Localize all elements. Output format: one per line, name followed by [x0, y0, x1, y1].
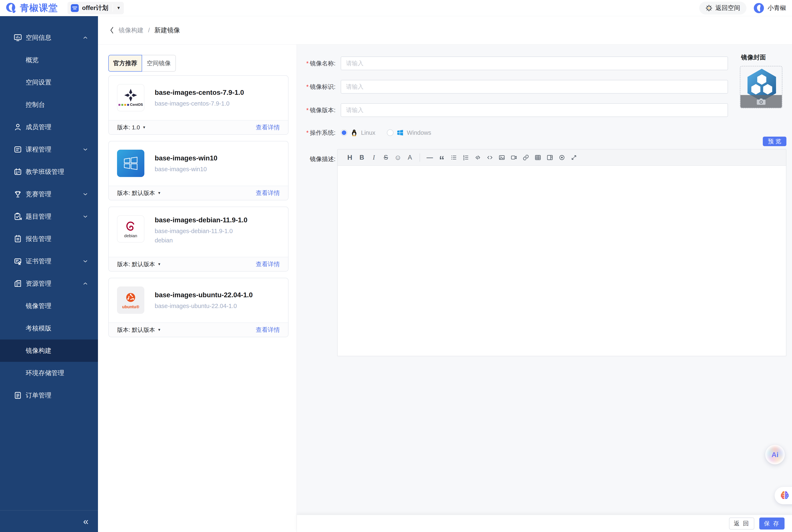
ai-icon: Ai: [772, 451, 778, 459]
breadcrumb-parent[interactable]: 镜像构建: [119, 26, 144, 35]
font-color-icon[interactable]: A: [404, 149, 416, 166]
view-details-link[interactable]: 查看详情: [256, 260, 280, 268]
sidebar-item-resource-management[interactable]: 资源管理: [0, 272, 98, 295]
italic-icon[interactable]: I: [368, 149, 380, 166]
os-option-linux[interactable]: Linux: [341, 129, 375, 136]
sidebar-item-assessment-template[interactable]: 考核模版: [0, 317, 98, 340]
image-name-input[interactable]: [341, 57, 728, 70]
columns-layout-icon[interactable]: [544, 149, 556, 166]
sidebar-item-image-management[interactable]: 镜像管理: [0, 295, 98, 317]
sidebar: 空间信息 概览 空间设置 控制台 成员管理 课程管理 教学班级管理 竞赛管理: [0, 16, 98, 532]
sidebar-item-space-info[interactable]: 空间信息: [0, 26, 98, 49]
save-button[interactable]: 保 存: [759, 517, 785, 530]
sidebar-item-order-management[interactable]: 订单管理: [0, 384, 98, 406]
card-footer: 版本: 默认版本▼ 查看详情: [109, 323, 288, 337]
view-details-link[interactable]: 查看详情: [256, 189, 280, 197]
sidebar-item-course-management[interactable]: 课程管理: [0, 138, 98, 160]
cover-label: 镜像封面: [741, 53, 766, 62]
table-icon[interactable]: [532, 149, 544, 166]
sidebar-item-class-management[interactable]: 教学班级管理: [0, 160, 98, 183]
workspace-selector[interactable]: offer计划 ▼: [68, 2, 124, 14]
description-editor-content[interactable]: [337, 166, 786, 356]
sidebar-item-member-management[interactable]: 成员管理: [0, 116, 98, 138]
preview-button[interactable]: 预 览: [763, 137, 787, 146]
description-editor: H B I S ☺ A — “: [337, 149, 787, 356]
image-card-ubuntu[interactable]: ubuntu® base-images-ubuntu-22.04-1.0 bas…: [108, 278, 289, 337]
radio-unselected[interactable]: [387, 129, 393, 136]
image-version-input[interactable]: [341, 103, 728, 117]
footer-actions: 返 回 保 存: [297, 515, 792, 532]
ubuntu-logo: ubuntu®: [117, 286, 144, 314]
strikethrough-icon[interactable]: S: [380, 149, 392, 166]
sidebar-item-label: 成员管理: [26, 123, 51, 131]
image-card-debian[interactable]: debian base-images-debian-11.9-1.0 base-…: [108, 207, 289, 271]
inline-code-icon[interactable]: [484, 149, 496, 166]
back-button[interactable]: 返 回: [729, 517, 754, 530]
ordered-list-icon[interactable]: [460, 149, 472, 166]
breadcrumb-current: 新建镜像: [154, 26, 180, 35]
bold-icon[interactable]: B: [356, 149, 368, 166]
new-image-form: *镜像名称: *镜像标识: *镜像版本: *操作系统: Linux Window…: [297, 44, 792, 532]
back-to-space-button[interactable]: 返回空间: [699, 2, 747, 15]
caret-down-icon: ▼: [158, 262, 161, 266]
version-dropdown[interactable]: 版本: 默认版本▼: [117, 261, 161, 268]
windows-logo: [117, 150, 144, 177]
user-menu[interactable]: 小青椒: [753, 2, 786, 14]
chevron-up-icon: [82, 35, 89, 41]
view-details-link[interactable]: 查看详情: [256, 326, 280, 334]
sidebar-item-label: 教学班级管理: [26, 168, 64, 176]
ai-assistant-button[interactable]: Ai: [765, 445, 785, 464]
app-logo[interactable]: 青椒课堂: [6, 2, 58, 14]
image-icon[interactable]: [496, 149, 508, 166]
sidebar-item-space-settings[interactable]: 空间设置: [0, 71, 98, 94]
fullscreen-icon[interactable]: [568, 149, 580, 166]
emoji-icon[interactable]: ☺: [392, 149, 404, 166]
required-mark: *: [306, 129, 309, 136]
video-icon[interactable]: [508, 149, 520, 166]
os-option-label: Windows: [407, 129, 431, 136]
windows-flag-icon: [397, 129, 404, 136]
code-block-icon[interactable]: [472, 149, 484, 166]
sidebar-item-label: 控制台: [26, 100, 45, 109]
monitor-chart-icon: [13, 33, 22, 42]
card-extra: debian: [155, 237, 247, 244]
image-card-centos[interactable]: CentOS base-images-centos-7.9-1.0 base-i…: [108, 75, 289, 135]
field-label: *镜像版本:: [297, 103, 335, 117]
tab-official-recommend[interactable]: 官方推荐: [108, 55, 142, 72]
sidebar-item-image-build[interactable]: 镜像构建: [0, 340, 98, 362]
os-option-windows[interactable]: Windows: [387, 129, 431, 136]
cover-upload-box[interactable]: [740, 66, 782, 109]
link-icon[interactable]: [520, 149, 532, 166]
heading-icon[interactable]: H: [344, 149, 356, 166]
brain-assistant-button[interactable]: [775, 487, 792, 504]
sidebar-item-certificate-management[interactable]: 证书管理: [0, 250, 98, 272]
sidebar-item-env-storage-management[interactable]: 环境存储管理: [0, 362, 98, 384]
radio-selected[interactable]: [341, 129, 347, 136]
tab-space-images[interactable]: 空间镜像: [142, 55, 176, 72]
divider: [112, 4, 113, 12]
version-dropdown[interactable]: 版本: 默认版本▼: [117, 326, 161, 334]
image-identifier-input[interactable]: [341, 80, 728, 94]
sidebar-item-competition-management[interactable]: 竞赛管理: [0, 183, 98, 205]
sidebar-item-label: 考核模版: [26, 324, 51, 332]
sidebar-item-question-management[interactable]: 题目管理: [0, 205, 98, 228]
version-dropdown[interactable]: 版本: 默认版本▼: [117, 189, 161, 197]
sidebar-item-console[interactable]: 控制台: [0, 94, 98, 116]
blockquote-icon[interactable]: “: [436, 149, 448, 166]
back-chevron-icon[interactable]: [110, 26, 114, 34]
card-subtitle: base-images-ubuntu-22.04-1.0: [155, 303, 253, 309]
image-card-win10[interactable]: base-images-win10 base-images-win10 版本: …: [108, 141, 289, 201]
sidebar-item-label: 镜像管理: [26, 302, 51, 310]
sidebar-item-overview[interactable]: 概览: [0, 49, 98, 71]
bullet-list-icon[interactable]: [448, 149, 460, 166]
sidebar-item-report-management[interactable]: 报告管理: [0, 228, 98, 250]
horizontal-rule-icon[interactable]: —: [424, 149, 436, 166]
preview-eye-icon[interactable]: [556, 149, 568, 166]
version-dropdown[interactable]: 版本: 1.0▼: [117, 124, 146, 131]
os-radio-group: Linux Windows: [341, 128, 431, 137]
view-details-link[interactable]: 查看详情: [256, 124, 280, 132]
sidebar-item-label: 报告管理: [26, 234, 51, 243]
collapse-sidebar-icon[interactable]: «: [83, 516, 89, 526]
page: 青椒课堂 offer计划 ▼ 返回空间 小青椒: [0, 0, 792, 532]
sidebar-item-label: 镜像构建: [26, 346, 51, 355]
